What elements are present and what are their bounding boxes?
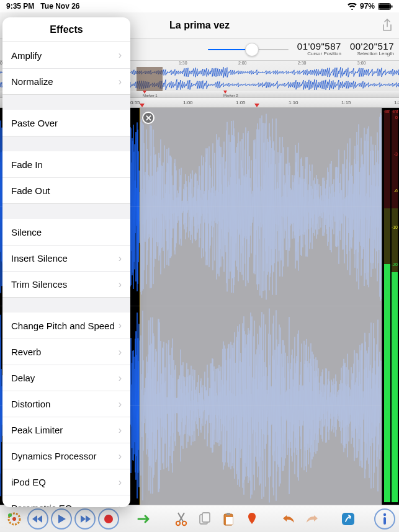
svg-point-8: [12, 517, 16, 521]
svg-rect-14: [202, 513, 210, 522]
effects-item[interactable]: Fade In: [2, 151, 130, 177]
marker-icon: [246, 512, 258, 526]
chevron-right-icon: ›: [119, 347, 122, 358]
chevron-right-icon: ›: [119, 399, 122, 410]
chevron-right-icon: ›: [119, 425, 122, 436]
share-app-icon: [341, 512, 356, 526]
meter-scale-label: -60: [392, 335, 398, 340]
export-arrow-button[interactable]: [135, 508, 156, 530]
svg-point-12: [182, 521, 186, 525]
svg-rect-16: [226, 513, 230, 515]
copy-button[interactable]: [194, 508, 215, 530]
info-icon: [382, 513, 388, 525]
detail-marker[interactable]: [140, 104, 145, 107]
forward-icon: [79, 513, 91, 525]
zoom-slider[interactable]: [208, 43, 289, 56]
chevron-right-icon: ›: [119, 279, 122, 290]
detail-tick: 1:15: [341, 100, 351, 105]
redo-icon: [305, 513, 320, 525]
svg-rect-17: [226, 517, 233, 525]
fx-gear-button[interactable]: [4, 508, 25, 530]
record-button[interactable]: [98, 508, 119, 530]
svg-rect-20: [383, 517, 386, 525]
effects-item[interactable]: Distortion›: [2, 391, 130, 417]
selection-length-label: Selection Length: [350, 51, 394, 56]
meter-scale-label: -6: [394, 188, 398, 193]
overview-marker[interactable]: Marker 1: [143, 91, 158, 97]
effects-item-label: Fade In: [11, 159, 43, 170]
effects-item[interactable]: Paste Over: [2, 110, 130, 136]
effects-item-label: Amplify: [11, 50, 42, 61]
paste-icon: [222, 512, 235, 526]
detail-tick: 0:55: [130, 100, 140, 105]
copy-icon: [198, 512, 212, 526]
info-button[interactable]: [374, 508, 395, 530]
effects-item[interactable]: Trim Silences›: [2, 271, 130, 297]
status-time: 9:35 PM: [6, 2, 34, 11]
undo-button[interactable]: [278, 508, 299, 530]
effects-list[interactable]: Amplify›Normalize›Paste OverFade InFade …: [2, 42, 130, 507]
playhead-cursor[interactable]: [140, 108, 140, 505]
effects-item[interactable]: Parametric EQ›: [2, 495, 130, 507]
export-arrow-icon: [137, 513, 153, 525]
overview-tick: 2:00: [238, 61, 247, 65]
chevron-right-icon: ›: [119, 253, 122, 264]
effects-item[interactable]: Peak Limiter›: [2, 417, 130, 443]
play-button[interactable]: [51, 508, 72, 530]
detail-tick: 1:20: [394, 100, 399, 105]
effects-item[interactable]: Dynamics Processor›: [2, 443, 130, 469]
effects-item-label: Paste Over: [11, 118, 58, 128]
effects-item-label: Silence: [11, 227, 42, 237]
cursor-position-readout: 01'09"587 Cursor Position: [297, 42, 341, 56]
effects-popover-title: Effects: [2, 17, 130, 42]
chevron-right-icon: ›: [119, 451, 122, 462]
selection-length-readout: 00'20"517 Selection Length: [350, 42, 394, 56]
effects-item-label: Fade Out: [11, 185, 50, 196]
share-app-button[interactable]: [338, 508, 359, 530]
overview-marker[interactable]: Marker 2: [223, 91, 238, 97]
share-button[interactable]: [382, 19, 393, 32]
status-date: Tue Nov 26: [40, 2, 79, 11]
overview-tick: 3:00: [357, 61, 366, 65]
close-selection-icon[interactable]: ✕: [142, 112, 155, 124]
battery-percent: 97%: [360, 2, 375, 11]
cut-button[interactable]: [171, 508, 192, 530]
meter-scale-label: -3: [394, 152, 398, 156]
rewind-button[interactable]: [27, 508, 48, 530]
status-bar: 9:35 PM Tue Nov 26 97%: [0, 0, 399, 12]
bottom-toolbar: [0, 505, 399, 532]
record-icon: [102, 513, 115, 525]
overview-selection[interactable]: [137, 67, 163, 91]
svg-point-11: [176, 521, 180, 525]
play-icon: [55, 513, 68, 525]
detail-marker[interactable]: [254, 104, 259, 107]
effects-item[interactable]: Change Pitch and Speed›: [2, 313, 130, 339]
cut-icon: [174, 512, 188, 526]
svg-point-19: [383, 513, 386, 515]
chevron-right-icon: ›: [119, 477, 122, 488]
effects-item[interactable]: Reverb›: [2, 339, 130, 365]
effects-item[interactable]: Insert Silence›: [2, 245, 130, 271]
effects-item[interactable]: iPod EQ›: [2, 469, 130, 495]
redo-button[interactable]: [302, 508, 323, 530]
effects-item-label: Delay: [11, 373, 35, 383]
undo-icon: [281, 513, 296, 525]
marker-button[interactable]: [241, 508, 262, 530]
svg-rect-18: [342, 513, 354, 525]
effects-item[interactable]: Normalize›: [2, 68, 130, 94]
effects-item-label: Peak Limiter: [11, 425, 63, 435]
forward-button[interactable]: [74, 508, 96, 530]
chevron-right-icon: ›: [119, 50, 122, 61]
effects-item[interactable]: Fade Out: [2, 177, 130, 203]
wifi-icon: [347, 3, 357, 10]
effects-item[interactable]: Silence: [2, 219, 130, 245]
rewind-icon: [32, 513, 44, 525]
effects-item[interactable]: Amplify›: [2, 42, 130, 68]
svg-point-9: [8, 513, 12, 517]
level-meter: -inf -inf 0-3-6-10-20-40-60: [382, 108, 399, 505]
effects-item[interactable]: Delay›: [2, 365, 130, 391]
paste-button[interactable]: [218, 508, 239, 530]
chevron-right-icon: ›: [119, 373, 122, 384]
meter-scale-label: -20: [392, 262, 398, 267]
detail-tick: 1:00: [183, 100, 193, 105]
